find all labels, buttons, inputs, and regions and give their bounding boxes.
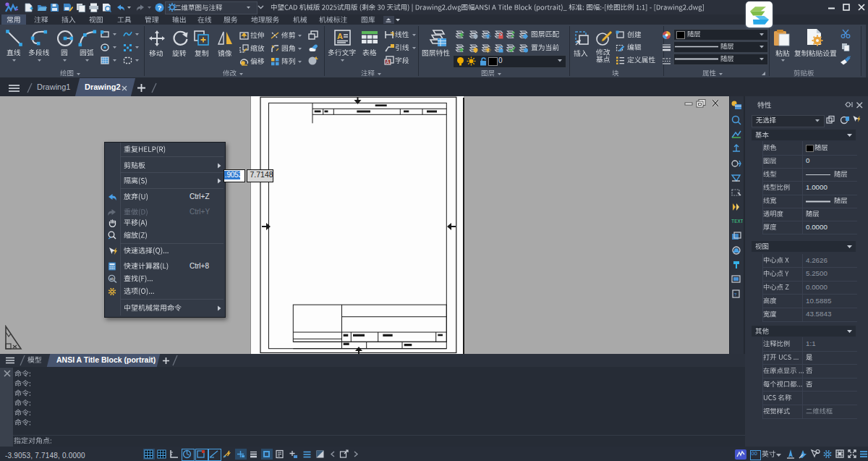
svg-text:TEXT: TEXT bbox=[731, 219, 743, 224]
svg-text:A: A bbox=[337, 32, 343, 41]
svg-text:A: A bbox=[386, 59, 390, 64]
svg-text:ab: ab bbox=[109, 276, 114, 281]
svg-text:?: ? bbox=[158, 4, 162, 12]
svg-text:?: ? bbox=[734, 292, 737, 297]
